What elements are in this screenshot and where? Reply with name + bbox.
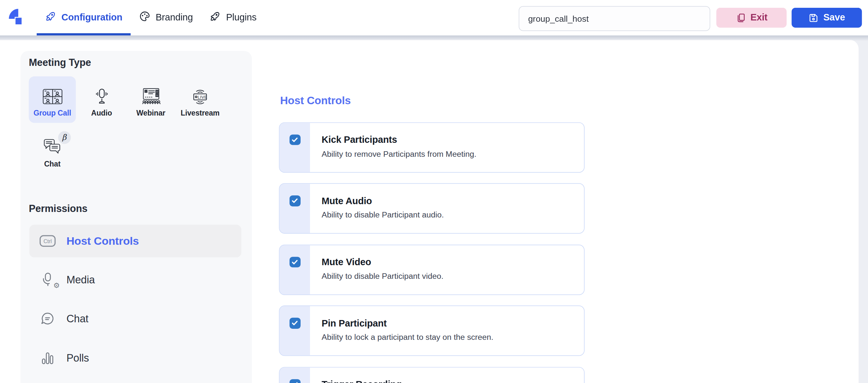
permission-card-pin-participant: Pin Participant Ability to lock a partic… (279, 306, 584, 356)
content-panel: Meeting Type Group C (0, 40, 859, 383)
trigger-recording-checkbox[interactable] (289, 379, 300, 383)
permissions-item-media[interactable]: ⚙ Media (29, 263, 241, 296)
exit-button-label: Exit (750, 12, 767, 23)
card-accent-strip (279, 123, 310, 172)
card-description: Ability to disable Participant audio. (322, 210, 576, 219)
meeting-type-audio[interactable]: Audio (78, 76, 125, 122)
card-title: Pin Participant (322, 318, 576, 328)
meeting-type-livestream[interactable]: LIVE Livestream (177, 76, 224, 122)
permissions-item-label: Media (66, 274, 95, 286)
logo-square (16, 18, 22, 24)
permissions-item-label: Host Controls (66, 234, 139, 247)
permissions-item-label: Polls (66, 352, 89, 364)
meeting-type-webinar[interactable]: Webinar (127, 76, 174, 122)
meeting-type-label: Webinar (136, 109, 165, 117)
card-title: Kick Participants (322, 134, 576, 145)
permissions-item-label: Chat (66, 313, 89, 325)
meeting-type-options: Group Call Audio (29, 76, 224, 173)
palette-icon (139, 10, 151, 25)
navbar-shadow (0, 35, 868, 41)
permission-card-mute-video: Mute Video Ability to disable Participan… (279, 245, 584, 295)
floppy-icon (808, 12, 819, 23)
group-call-icon (42, 84, 62, 104)
card-description: Ability to disable Participant video. (322, 272, 576, 280)
card-title: Trigger Recording (322, 379, 576, 383)
app-window: Configuration Branding P (0, 0, 868, 383)
preset-name-input[interactable] (519, 6, 710, 31)
tab-branding[interactable]: Branding (131, 0, 201, 35)
save-button-label: Save (823, 12, 845, 23)
permission-card-trigger-recording: Trigger Recording Ability to start/stop … (279, 367, 584, 383)
audio-mic-icon (94, 84, 109, 104)
top-navbar: Configuration Branding P (0, 0, 868, 35)
tab-label: Plugins (226, 12, 256, 23)
brand-logo[interactable] (9, 8, 32, 27)
meeting-type-label: Livestream (181, 109, 220, 117)
permissions-nav: Ctrl Host Controls ⚙ Media (29, 225, 241, 374)
meeting-type-chat[interactable]: β Chat (29, 127, 76, 173)
card-text: Kick Participants Ability to remove Part… (322, 134, 576, 158)
page-icon (736, 12, 746, 23)
card-text: Trigger Recording Ability to start/stop … (322, 379, 576, 383)
card-title: Mute Audio (322, 196, 576, 206)
card-text: Mute Audio Ability to disable Participan… (322, 196, 576, 219)
pin-participant-checkbox[interactable] (289, 318, 300, 328)
meeting-type-label: Group Call (33, 109, 71, 117)
save-button[interactable]: Save (792, 8, 862, 28)
permissions-title: Permissions (29, 203, 88, 215)
card-accent-strip (279, 245, 310, 294)
chat-bubbles-icon: β (43, 134, 62, 156)
permissions-item-polls[interactable]: Polls (29, 342, 241, 374)
card-description: Ability to lock a participant to stay on… (322, 333, 576, 342)
beta-badge: β (58, 131, 70, 143)
card-text: Pin Participant Ability to lock a partic… (322, 318, 576, 342)
media-mic-gear-icon: ⚙ (39, 272, 56, 287)
gear-icon: ⚙ (53, 281, 60, 289)
card-accent-strip (279, 184, 310, 233)
card-text: Mute Video Ability to disable Participan… (322, 257, 576, 280)
meeting-type-label: Chat (44, 160, 60, 168)
polls-bars-icon (39, 351, 56, 365)
exit-button[interactable]: Exit (716, 8, 787, 28)
meeting-type-group-call[interactable]: Group Call (29, 76, 76, 122)
svg-text:LIVE: LIVE (198, 94, 208, 99)
webinar-icon (140, 84, 162, 104)
meeting-type-title: Meeting Type (29, 57, 91, 68)
mute-audio-checkbox[interactable] (289, 195, 300, 206)
card-title: Mute Video (322, 257, 576, 267)
permissions-item-host-controls[interactable]: Ctrl Host Controls (29, 225, 241, 257)
permission-cards: Kick Participants Ability to remove Part… (279, 122, 584, 383)
tab-label: Configuration (61, 12, 122, 23)
permissions-item-chat[interactable]: Chat (29, 302, 241, 335)
card-accent-strip (279, 306, 310, 355)
sidebar: Meeting Type Group C (21, 51, 252, 383)
nav-tabs: Configuration Branding P (37, 0, 265, 35)
rocket-icon (45, 10, 57, 25)
mute-video-checkbox[interactable] (289, 256, 300, 267)
tab-configuration[interactable]: Configuration (37, 0, 131, 35)
tab-plugins[interactable]: Plugins (201, 0, 265, 35)
svg-text:Ctrl: Ctrl (43, 238, 52, 244)
tab-label: Branding (155, 12, 193, 23)
rocket-icon (209, 10, 221, 25)
livestream-icon: LIVE (190, 84, 210, 104)
page-title: Host Controls (280, 94, 351, 106)
kick-participants-checkbox[interactable] (289, 134, 300, 145)
card-description: Ability to remove Participants from Meet… (322, 149, 576, 158)
permission-card-mute-audio: Mute Audio Ability to disable Participan… (279, 183, 584, 233)
meeting-type-label: Audio (91, 109, 112, 117)
ctrl-key-icon: Ctrl (39, 234, 56, 247)
logo-quarter-circle (9, 9, 18, 19)
chat-bubble-icon (39, 312, 56, 326)
permission-card-kick-participants: Kick Participants Ability to remove Part… (279, 122, 584, 172)
